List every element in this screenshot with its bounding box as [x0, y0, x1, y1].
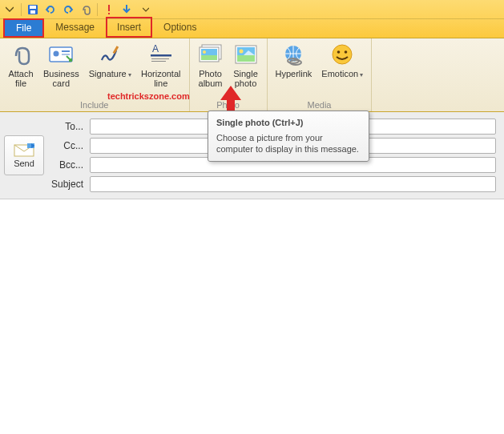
save-icon[interactable]	[26, 3, 39, 16]
emoticon-label: Emoticon	[321, 69, 363, 80]
tooltip-body: Choose a picture from your computer to d…	[216, 132, 361, 155]
emoticon-button[interactable]: Emoticon	[317, 40, 368, 100]
svg-rect-7	[62, 50, 70, 52]
group-media: Hyperlink Emoticon Media	[268, 38, 373, 111]
subject-input[interactable]	[90, 176, 496, 192]
hyperlink-label: Hyperlink	[276, 69, 312, 78]
redo-icon[interactable]	[62, 3, 75, 16]
svg-rect-12	[151, 58, 169, 59]
undo-icon[interactable]	[44, 3, 57, 16]
attach-file-label: Attach file	[8, 69, 33, 88]
hyperlink-icon	[280, 42, 306, 67]
tooltip: Single photo (Ctrl+J) Choose a picture f…	[208, 111, 369, 162]
ribbon: Attach file Business card Signature A Ho…	[0, 38, 504, 112]
send-button[interactable]: Send	[4, 135, 44, 175]
qat-dropdown-icon[interactable]	[3, 3, 16, 16]
signature-icon	[97, 42, 123, 67]
svg-point-6	[54, 51, 59, 57]
svg-rect-13	[151, 61, 166, 62]
svg-rect-1	[30, 6, 36, 9]
tab-file[interactable]: File	[3, 18, 44, 38]
hyperlink-button[interactable]: Hyperlink	[271, 40, 317, 100]
tab-insert[interactable]: Insert	[106, 17, 152, 38]
envelope-icon	[14, 143, 34, 157]
separator	[97, 3, 98, 16]
tab-options[interactable]: Options	[152, 17, 208, 38]
priority-low-icon[interactable]	[120, 3, 133, 16]
to-label[interactable]: To...	[48, 121, 83, 132]
single-photo-icon	[233, 42, 259, 67]
group-media-label: Media	[271, 100, 369, 111]
svg-rect-8	[62, 54, 70, 55]
watermark-text: techtrickszone.com	[107, 91, 190, 101]
svg-text:A: A	[152, 44, 159, 54]
attach-icon[interactable]	[79, 3, 92, 16]
emoticon-icon	[329, 42, 355, 67]
attach-file-button[interactable]: Attach file	[3, 40, 38, 100]
ribbon-tabs: File Message Insert Options	[0, 19, 504, 38]
svg-point-29	[345, 50, 348, 54]
svg-point-28	[337, 50, 341, 54]
separator	[21, 3, 22, 16]
send-label: Send	[14, 159, 34, 168]
bcc-label[interactable]: Bcc...	[48, 159, 83, 171]
horizontal-line-label: Horizontal line	[141, 69, 181, 88]
qat-more-icon[interactable]	[139, 3, 152, 16]
subject-label: Subject	[48, 179, 83, 190]
business-card-icon	[48, 42, 74, 67]
tooltip-title: Single photo (Ctrl+J)	[216, 118, 361, 127]
svg-rect-21	[237, 55, 255, 62]
svg-rect-17	[201, 55, 217, 60]
svg-point-22	[239, 50, 243, 54]
business-card-label: Business card	[43, 69, 79, 88]
message-body-editor[interactable]	[0, 199, 504, 408]
horizontal-line-icon: A	[148, 42, 174, 67]
priority-high-icon[interactable]	[103, 3, 115, 16]
group-include-label: Include	[3, 100, 186, 111]
signature-label: Signature	[89, 69, 131, 80]
svg-rect-2	[30, 10, 35, 14]
business-card-button[interactable]: Business card	[38, 40, 84, 100]
svg-point-18	[203, 50, 206, 54]
photo-album-icon	[198, 42, 224, 67]
cc-label[interactable]: Cc...	[48, 140, 83, 151]
paperclip-icon	[8, 42, 34, 67]
tab-message[interactable]: Message	[44, 17, 106, 38]
svg-rect-3	[108, 5, 110, 11]
svg-rect-11	[151, 54, 171, 57]
svg-rect-4	[108, 13, 110, 14]
